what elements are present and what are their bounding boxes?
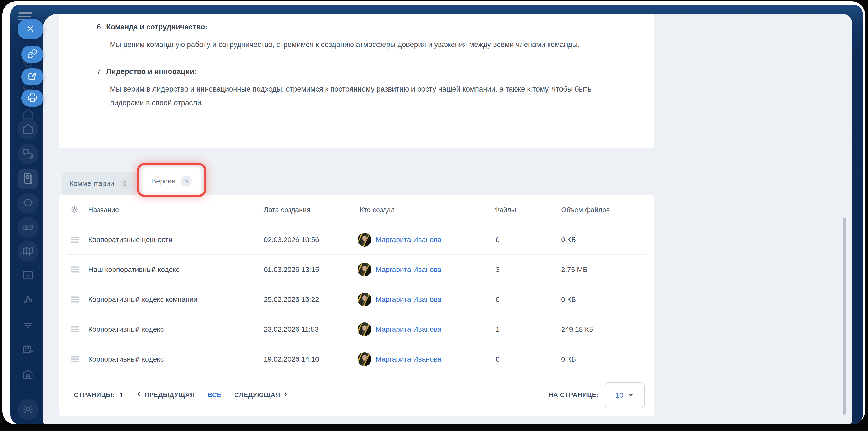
version-created-date: 25.02.2026 16:22	[264, 285, 319, 314]
sidebar-item-archive[interactable]	[18, 364, 38, 385]
target-icon	[22, 197, 34, 210]
tab-versions[interactable]: Версии 5	[142, 167, 200, 195]
sidebar-item-home-info[interactable]	[18, 119, 38, 140]
table-row[interactable]: Корпоративный кодекс 23.02.2026 11:53 Ма…	[59, 314, 654, 344]
author-link[interactable]: Маргарита Иванова	[376, 295, 441, 303]
drag-handle-icon[interactable]	[71, 297, 79, 302]
table-row[interactable]: Корпоративный кодекс компании 25.02.2026…	[59, 285, 654, 314]
version-name: Корпоративный кодекс компании	[88, 285, 197, 314]
column-header-author: Кто создал	[360, 195, 395, 225]
current-page: 1	[120, 391, 123, 399]
table-row[interactable]: Корпоративные ценности 02.03.2026 10:56 …	[59, 225, 654, 255]
print-icon	[27, 93, 37, 104]
pages-label: СТРАНИЦЫ:	[74, 391, 115, 399]
sidebar-item-task-check[interactable]	[18, 265, 38, 286]
chevron-left-icon	[136, 391, 142, 399]
open-external-icon	[27, 71, 37, 82]
version-files-size: 0 КБ	[561, 285, 576, 314]
version-files-size: 0 КБ	[561, 344, 576, 374]
tab-comments-count-badge: 0	[119, 178, 130, 189]
archive-icon	[22, 368, 34, 381]
sidebar-item-calendar[interactable]	[18, 340, 38, 361]
share-network-icon	[22, 294, 34, 307]
task-check-icon	[22, 269, 34, 283]
avatar	[358, 263, 371, 276]
version-name: Корпоративные ценности	[88, 225, 173, 255]
knowledge-book-icon	[21, 172, 35, 186]
version-files-count: 0	[496, 225, 500, 255]
tab-comments[interactable]: Комментарии 0	[62, 172, 137, 195]
version-name: Корпоративный кодекс	[88, 344, 164, 374]
chevron-down-icon	[627, 391, 634, 399]
table-row[interactable]: Корпоративный кодекс 19.02.2026 14:10 Ма…	[59, 344, 654, 374]
author-link[interactable]: Маргарита Иванова	[376, 236, 441, 244]
chevron-right-icon	[282, 391, 289, 399]
tab-versions-count-badge: 5	[181, 176, 192, 187]
drag-handle-icon[interactable]	[71, 237, 79, 243]
version-files-count: 0	[496, 344, 500, 374]
column-header-size: Объем файлов	[561, 195, 610, 225]
versions-table-card: Название Дата создания Кто создал Файлы …	[59, 195, 654, 416]
version-files-size: 249.18 КБ	[561, 314, 594, 344]
avatar	[358, 352, 371, 366]
next-page-button[interactable]: СЛЕДУЮЩАЯ	[234, 391, 289, 399]
pagination-bar: СТРАНИЦЫ: 1 ПРЕДЫДУЩАЯ ВСЕ СЛЕДУЮЩАЯ	[59, 374, 654, 416]
per-page-select[interactable]: 10	[605, 382, 645, 408]
close-button[interactable]	[18, 19, 43, 39]
avatar	[358, 323, 371, 336]
vertical-scrollbar[interactable]	[843, 218, 846, 415]
version-author: Маргарита Иванова	[358, 285, 441, 314]
doc-item-title: Лидерство и инновации:	[106, 67, 197, 76]
window-frame: 6.Команда и сотрудничество: Мы ценим ком…	[2, 1, 865, 424]
version-files-count: 0	[496, 285, 500, 314]
author-link[interactable]: Маргарита Иванова	[376, 266, 441, 273]
open-external-button[interactable]	[21, 68, 43, 85]
version-author: Маргарита Иванова	[358, 255, 441, 285]
filter-icon	[22, 319, 34, 332]
drag-handle-icon[interactable]	[71, 356, 79, 362]
table-settings-gear-icon[interactable]	[70, 205, 79, 214]
version-author: Маргарита Иванова	[358, 225, 441, 255]
doc-item-number: 7.	[97, 67, 103, 76]
version-files-count: 3	[496, 255, 500, 285]
support-chat-icon	[22, 147, 34, 161]
screenshot-root: 6.Команда и сотрудничество: Мы ценим ком…	[0, 0, 868, 431]
per-page-value: 10	[615, 391, 623, 399]
drag-handle-icon[interactable]	[71, 267, 79, 273]
version-files-size: 2.75 МБ	[561, 255, 587, 285]
sidebar-item-target[interactable]	[18, 193, 38, 213]
author-link[interactable]: Маргарита Иванова	[376, 325, 441, 333]
sidebar-item-support-chat[interactable]	[18, 144, 38, 165]
close-icon	[25, 24, 35, 35]
settings-gear-icon	[22, 403, 34, 416]
tab-versions-label: Версии	[151, 177, 176, 185]
version-name: Корпоративный кодекс	[88, 314, 164, 344]
sidebar-item-settings-gear[interactable]	[18, 399, 38, 420]
calendar-icon	[22, 343, 34, 357]
home-info-icon	[22, 123, 34, 136]
column-header-files: Файлы	[494, 195, 516, 225]
per-page-label: НА СТРАНИЦЕ:	[549, 391, 599, 399]
author-link[interactable]: Маргарита Иванова	[376, 355, 441, 363]
previous-page-button[interactable]: ПРЕДЫДУЩАЯ	[136, 391, 195, 399]
version-author: Маргарита Иванова	[358, 314, 441, 344]
doc-item-body: Мы ценим командную работу и сотрудничест…	[110, 38, 619, 51]
map-icon	[22, 245, 34, 258]
sidebar-item-filter[interactable]	[18, 315, 38, 336]
copy-link-button[interactable]	[21, 46, 43, 63]
sidebar-item-share-network[interactable]	[18, 290, 38, 311]
doc-item-title: Команда и сотрудничество:	[106, 23, 208, 31]
print-button[interactable]	[21, 90, 43, 107]
copy-link-icon	[27, 49, 37, 60]
version-files-size: 0 КБ	[561, 225, 576, 255]
avatar	[358, 233, 371, 246]
all-pages-button[interactable]: ВСЕ	[208, 391, 221, 399]
column-header-name: Название	[88, 195, 119, 225]
column-header-created: Дата создания	[264, 195, 310, 225]
sidebar-item-knowledge-book[interactable]	[18, 169, 38, 190]
sidebar-item-map[interactable]	[18, 241, 38, 262]
version-created-date: 23.02.2026 11:53	[264, 314, 318, 344]
table-row[interactable]: Наш корпоративный кодекс 01.03.2026 13:1…	[59, 255, 654, 285]
drag-handle-icon[interactable]	[71, 327, 79, 332]
sidebar-item-gamepad[interactable]	[18, 217, 38, 238]
